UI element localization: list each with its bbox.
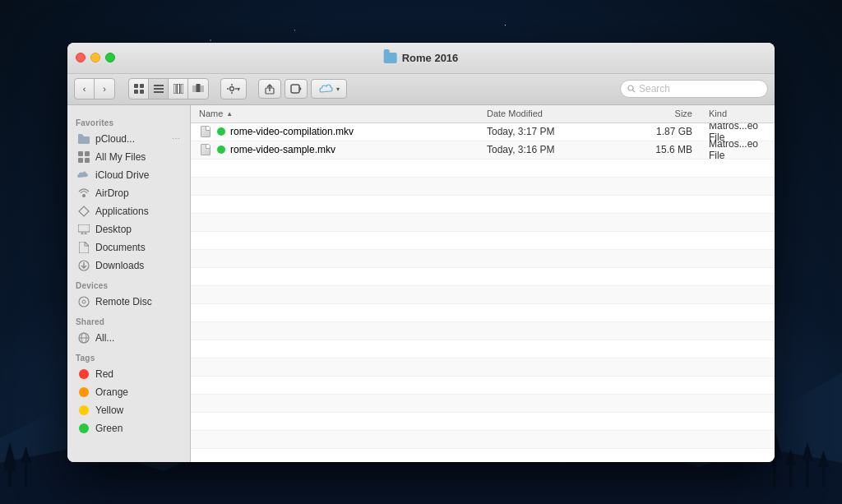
tag-yellow-label: Yellow (95, 405, 123, 416)
documents-label: Documents (95, 242, 146, 253)
icon-view-button[interactable] (129, 79, 149, 99)
file-name-cell: rome-video-sample.mkv (191, 143, 479, 156)
cloud-button[interactable]: ▾ (311, 79, 347, 99)
search-placeholder: Search (639, 83, 670, 95)
yellow-tag-icon (77, 404, 90, 417)
sidebar-item-tag-green[interactable]: Green (69, 419, 188, 437)
table-row[interactable]: rome-video-compilation.mkv Today, 3:17 P… (191, 123, 775, 141)
airdrop-label: AirDrop (95, 187, 129, 199)
svg-line-40 (633, 90, 636, 93)
svg-point-52 (79, 297, 89, 307)
kind-column-header[interactable]: Kind (701, 109, 775, 118)
apps-icon (78, 206, 90, 217)
sidebar-item-pcloud[interactable]: pCloud... ⋯ (69, 130, 188, 148)
empty-row (191, 268, 775, 286)
sidebar-item-remote-disc[interactable]: Remote Disc (69, 293, 188, 311)
file-name: rome-video-compilation.mkv (230, 126, 354, 137)
sidebar-item-airdrop[interactable]: AirDrop (69, 184, 188, 202)
sidebar-item-desktop[interactable]: Desktop (69, 220, 188, 238)
downloads-icon (77, 259, 90, 272)
sidebar-item-applications[interactable]: Applications (69, 202, 188, 220)
size-column-header[interactable]: Size (618, 109, 701, 118)
back-button[interactable]: ‹ (75, 79, 95, 99)
close-button[interactable] (76, 53, 86, 62)
svg-rect-22 (154, 91, 164, 93)
empty-row (191, 214, 775, 232)
tag-red-label: Red (95, 368, 113, 380)
file-date: Today, 3:16 PM (479, 144, 618, 155)
column-headers: Name ▲ Date Modified Size Kind (191, 105, 775, 123)
grid-icon (78, 151, 90, 163)
download-arrow-icon (78, 260, 90, 271)
sort-arrow: ▲ (226, 110, 233, 118)
applications-icon (77, 205, 90, 218)
svg-rect-21 (154, 88, 164, 90)
svg-rect-44 (85, 158, 90, 163)
window-title-area: Rome 2016 (384, 52, 459, 64)
file-list: rome-video-compilation.mkv Today, 3:17 P… (191, 123, 775, 462)
forward-button[interactable]: › (95, 79, 114, 99)
shared-all-label: All... (95, 332, 114, 344)
svg-marker-6 (21, 446, 31, 463)
svg-marker-13 (802, 442, 813, 461)
airdrop-icon (77, 187, 90, 200)
view-button-group (128, 78, 209, 99)
globe-icon (77, 331, 90, 344)
label-icon (290, 84, 302, 94)
main-content: Favorites pCloud... ⋯ (67, 105, 775, 462)
grid-view-icon (134, 84, 144, 94)
empty-row (191, 449, 775, 462)
arrange-button[interactable]: ▾ (221, 79, 246, 99)
file-date: Today, 3:17 PM (479, 126, 618, 137)
svg-rect-42 (85, 151, 90, 156)
svg-rect-17 (140, 84, 144, 88)
remote-disc-label: Remote Disc (95, 296, 152, 307)
maximize-button[interactable] (105, 53, 115, 62)
label-button[interactable] (285, 79, 308, 99)
window-title: Rome 2016 (402, 52, 459, 64)
sidebar-item-all-my-files[interactable]: All My Files (69, 148, 188, 166)
remote-disc-icon (77, 295, 90, 308)
icloud-drive-icon (77, 169, 90, 182)
desktop-monitor-icon (78, 224, 90, 234)
svg-rect-25 (181, 84, 183, 94)
tag-orange-label: Orange (95, 386, 128, 398)
minimize-button[interactable] (90, 53, 100, 62)
name-column-header[interactable]: Name ▲ (191, 109, 479, 118)
sidebar-item-shared-all[interactable]: All... (69, 329, 188, 347)
svg-rect-27 (197, 84, 201, 92)
folder-icon (78, 134, 90, 144)
table-row[interactable]: rome-video-sample.mkv Today, 3:16 PM 15.… (191, 141, 775, 160)
sidebar-item-tag-red[interactable]: Red (69, 365, 188, 383)
search-box[interactable]: Search (620, 80, 768, 98)
empty-row (191, 322, 775, 340)
empty-row (191, 178, 775, 196)
share-button[interactable] (258, 79, 281, 99)
icloud-drive-label: iCloud Drive (95, 169, 149, 181)
svg-rect-36 (291, 85, 299, 93)
svg-rect-23 (173, 84, 176, 94)
svg-rect-26 (192, 86, 197, 92)
empty-row (191, 395, 775, 413)
sidebar-item-tag-orange[interactable]: Orange (69, 383, 188, 401)
toolbar: ‹ › (67, 74, 775, 105)
svg-rect-12 (806, 457, 809, 488)
svg-rect-5 (25, 459, 27, 488)
sidebar-item-tag-yellow[interactable]: Yellow (69, 401, 188, 419)
all-my-files-icon (77, 150, 90, 164)
svg-rect-24 (177, 84, 179, 94)
empty-row (191, 413, 775, 431)
empty-row (191, 160, 775, 178)
column-view-button[interactable] (169, 79, 188, 99)
document-icon (79, 242, 89, 253)
list-view-button[interactable] (149, 79, 169, 99)
coverflow-view-button[interactable] (188, 79, 208, 99)
sidebar-item-icloud-drive[interactable]: iCloud Drive (69, 166, 188, 184)
sidebar-item-downloads[interactable]: Downloads (69, 257, 188, 275)
file-size: 1.87 GB (618, 126, 701, 137)
sidebar-item-documents[interactable]: Documents (69, 238, 188, 257)
svg-rect-43 (78, 158, 83, 163)
devices-header: Devices (67, 275, 190, 293)
sync-status-dot (217, 127, 225, 136)
date-column-header[interactable]: Date Modified (479, 109, 618, 118)
